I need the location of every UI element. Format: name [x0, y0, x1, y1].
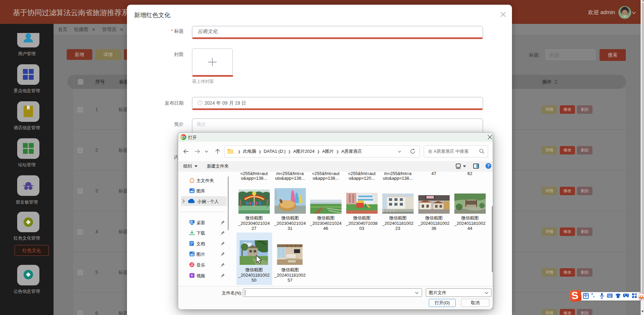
svg-text:?: ?	[487, 164, 489, 168]
